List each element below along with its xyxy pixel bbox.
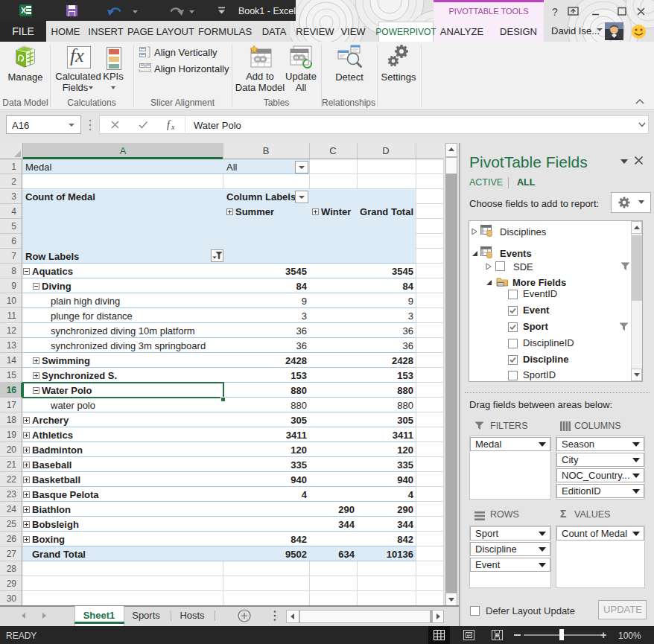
svg-text:x: x	[171, 123, 175, 131]
svg-text:X: X	[21, 6, 27, 15]
svg-text:?: ?	[552, 6, 558, 18]
